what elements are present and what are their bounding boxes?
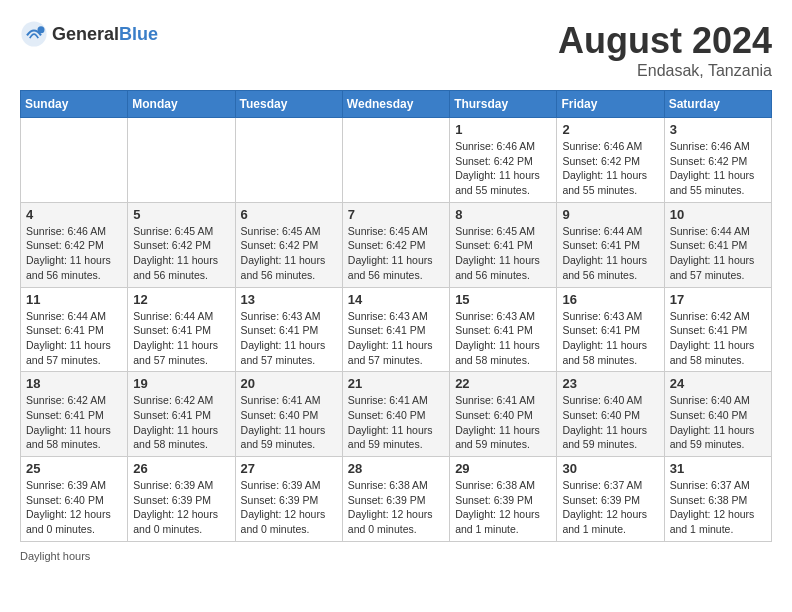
logo: General Blue (20, 20, 158, 48)
day-info: Sunrise: 6:45 AM Sunset: 6:42 PM Dayligh… (133, 224, 229, 283)
day-number: 23 (562, 376, 658, 391)
day-number: 31 (670, 461, 766, 476)
day-info: Sunrise: 6:43 AM Sunset: 6:41 PM Dayligh… (348, 309, 444, 368)
weekday-header-wednesday: Wednesday (342, 91, 449, 118)
day-number: 8 (455, 207, 551, 222)
calendar-week-1: 1Sunrise: 6:46 AM Sunset: 6:42 PM Daylig… (21, 118, 772, 203)
calendar-week-2: 4Sunrise: 6:46 AM Sunset: 6:42 PM Daylig… (21, 202, 772, 287)
footer-note: Daylight hours (20, 550, 772, 562)
day-info: Sunrise: 6:39 AM Sunset: 6:40 PM Dayligh… (26, 478, 122, 537)
day-number: 30 (562, 461, 658, 476)
day-number: 15 (455, 292, 551, 307)
day-info: Sunrise: 6:46 AM Sunset: 6:42 PM Dayligh… (455, 139, 551, 198)
day-number: 25 (26, 461, 122, 476)
day-number: 13 (241, 292, 337, 307)
calendar-week-3: 11Sunrise: 6:44 AM Sunset: 6:41 PM Dayli… (21, 287, 772, 372)
day-info: Sunrise: 6:41 AM Sunset: 6:40 PM Dayligh… (241, 393, 337, 452)
calendar-cell: 31Sunrise: 6:37 AM Sunset: 6:38 PM Dayli… (664, 457, 771, 542)
day-number: 18 (26, 376, 122, 391)
day-number: 28 (348, 461, 444, 476)
logo-text-blue: Blue (119, 24, 158, 45)
day-number: 16 (562, 292, 658, 307)
day-number: 21 (348, 376, 444, 391)
calendar-cell: 8Sunrise: 6:45 AM Sunset: 6:41 PM Daylig… (450, 202, 557, 287)
day-info: Sunrise: 6:44 AM Sunset: 6:41 PM Dayligh… (562, 224, 658, 283)
day-info: Sunrise: 6:37 AM Sunset: 6:39 PM Dayligh… (562, 478, 658, 537)
day-info: Sunrise: 6:37 AM Sunset: 6:38 PM Dayligh… (670, 478, 766, 537)
day-number: 7 (348, 207, 444, 222)
calendar-cell: 20Sunrise: 6:41 AM Sunset: 6:40 PM Dayli… (235, 372, 342, 457)
day-info: Sunrise: 6:38 AM Sunset: 6:39 PM Dayligh… (348, 478, 444, 537)
calendar-cell: 2Sunrise: 6:46 AM Sunset: 6:42 PM Daylig… (557, 118, 664, 203)
calendar-header: SundayMondayTuesdayWednesdayThursdayFrid… (21, 91, 772, 118)
calendar-week-5: 25Sunrise: 6:39 AM Sunset: 6:40 PM Dayli… (21, 457, 772, 542)
day-number: 6 (241, 207, 337, 222)
day-info: Sunrise: 6:40 AM Sunset: 6:40 PM Dayligh… (670, 393, 766, 452)
day-info: Sunrise: 6:45 AM Sunset: 6:42 PM Dayligh… (241, 224, 337, 283)
calendar-body: 1Sunrise: 6:46 AM Sunset: 6:42 PM Daylig… (21, 118, 772, 542)
calendar-cell: 15Sunrise: 6:43 AM Sunset: 6:41 PM Dayli… (450, 287, 557, 372)
day-info: Sunrise: 6:45 AM Sunset: 6:41 PM Dayligh… (455, 224, 551, 283)
day-number: 29 (455, 461, 551, 476)
day-number: 14 (348, 292, 444, 307)
day-info: Sunrise: 6:41 AM Sunset: 6:40 PM Dayligh… (348, 393, 444, 452)
calendar-cell: 3Sunrise: 6:46 AM Sunset: 6:42 PM Daylig… (664, 118, 771, 203)
weekday-header-friday: Friday (557, 91, 664, 118)
calendar-cell: 10Sunrise: 6:44 AM Sunset: 6:41 PM Dayli… (664, 202, 771, 287)
calendar-cell (21, 118, 128, 203)
calendar-cell: 9Sunrise: 6:44 AM Sunset: 6:41 PM Daylig… (557, 202, 664, 287)
calendar-cell: 6Sunrise: 6:45 AM Sunset: 6:42 PM Daylig… (235, 202, 342, 287)
day-number: 10 (670, 207, 766, 222)
location-title: Endasak, Tanzania (558, 62, 772, 80)
month-title: August 2024 (558, 20, 772, 62)
weekday-header-sunday: Sunday (21, 91, 128, 118)
calendar-cell: 30Sunrise: 6:37 AM Sunset: 6:39 PM Dayli… (557, 457, 664, 542)
day-info: Sunrise: 6:45 AM Sunset: 6:42 PM Dayligh… (348, 224, 444, 283)
day-info: Sunrise: 6:44 AM Sunset: 6:41 PM Dayligh… (26, 309, 122, 368)
calendar-cell (128, 118, 235, 203)
weekday-header-thursday: Thursday (450, 91, 557, 118)
calendar-cell: 27Sunrise: 6:39 AM Sunset: 6:39 PM Dayli… (235, 457, 342, 542)
calendar-cell: 14Sunrise: 6:43 AM Sunset: 6:41 PM Dayli… (342, 287, 449, 372)
calendar-cell: 7Sunrise: 6:45 AM Sunset: 6:42 PM Daylig… (342, 202, 449, 287)
calendar-cell: 23Sunrise: 6:40 AM Sunset: 6:40 PM Dayli… (557, 372, 664, 457)
day-info: Sunrise: 6:44 AM Sunset: 6:41 PM Dayligh… (133, 309, 229, 368)
day-number: 3 (670, 122, 766, 137)
day-info: Sunrise: 6:46 AM Sunset: 6:42 PM Dayligh… (562, 139, 658, 198)
logo-icon (20, 20, 48, 48)
day-number: 9 (562, 207, 658, 222)
day-number: 26 (133, 461, 229, 476)
day-number: 5 (133, 207, 229, 222)
day-number: 4 (26, 207, 122, 222)
day-number: 12 (133, 292, 229, 307)
calendar-cell: 18Sunrise: 6:42 AM Sunset: 6:41 PM Dayli… (21, 372, 128, 457)
day-info: Sunrise: 6:41 AM Sunset: 6:40 PM Dayligh… (455, 393, 551, 452)
calendar-cell: 1Sunrise: 6:46 AM Sunset: 6:42 PM Daylig… (450, 118, 557, 203)
day-number: 2 (562, 122, 658, 137)
calendar-cell: 19Sunrise: 6:42 AM Sunset: 6:41 PM Dayli… (128, 372, 235, 457)
svg-point-1 (38, 26, 45, 33)
weekday-header-saturday: Saturday (664, 91, 771, 118)
calendar-cell: 22Sunrise: 6:41 AM Sunset: 6:40 PM Dayli… (450, 372, 557, 457)
day-number: 1 (455, 122, 551, 137)
day-info: Sunrise: 6:43 AM Sunset: 6:41 PM Dayligh… (455, 309, 551, 368)
day-number: 22 (455, 376, 551, 391)
calendar-week-4: 18Sunrise: 6:42 AM Sunset: 6:41 PM Dayli… (21, 372, 772, 457)
weekday-header-monday: Monday (128, 91, 235, 118)
day-number: 24 (670, 376, 766, 391)
day-info: Sunrise: 6:39 AM Sunset: 6:39 PM Dayligh… (241, 478, 337, 537)
title-block: August 2024 Endasak, Tanzania (558, 20, 772, 80)
day-info: Sunrise: 6:43 AM Sunset: 6:41 PM Dayligh… (562, 309, 658, 368)
day-info: Sunrise: 6:38 AM Sunset: 6:39 PM Dayligh… (455, 478, 551, 537)
calendar-table: SundayMondayTuesdayWednesdayThursdayFrid… (20, 90, 772, 542)
calendar-cell (235, 118, 342, 203)
calendar-cell: 5Sunrise: 6:45 AM Sunset: 6:42 PM Daylig… (128, 202, 235, 287)
day-number: 27 (241, 461, 337, 476)
logo-text-general: General (52, 24, 119, 45)
calendar-cell: 11Sunrise: 6:44 AM Sunset: 6:41 PM Dayli… (21, 287, 128, 372)
calendar-cell: 16Sunrise: 6:43 AM Sunset: 6:41 PM Dayli… (557, 287, 664, 372)
day-info: Sunrise: 6:44 AM Sunset: 6:41 PM Dayligh… (670, 224, 766, 283)
page-header: General Blue August 2024 Endasak, Tanzan… (20, 20, 772, 80)
day-info: Sunrise: 6:42 AM Sunset: 6:41 PM Dayligh… (133, 393, 229, 452)
calendar-cell: 28Sunrise: 6:38 AM Sunset: 6:39 PM Dayli… (342, 457, 449, 542)
